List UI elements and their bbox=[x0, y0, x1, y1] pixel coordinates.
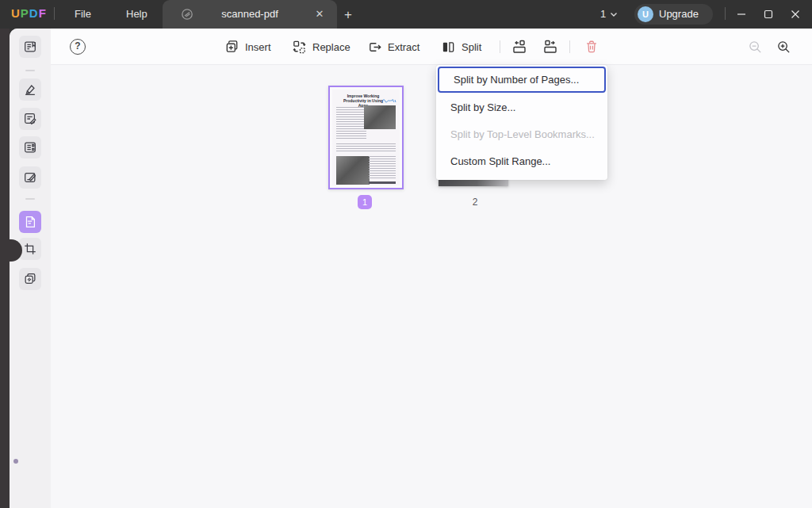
scan-subheading bbox=[369, 181, 396, 184]
titlebar: UPDF File Help scanned-pdf ✕ + 1 U Upgra… bbox=[0, 0, 812, 29]
zoom-out-button[interactable] bbox=[747, 39, 763, 55]
menu-help[interactable]: Help bbox=[115, 0, 159, 29]
page-organize-canvas: ? Insert Replace Extract Split bbox=[51, 29, 812, 508]
replace-label: Replace bbox=[312, 41, 350, 53]
rotate-left-button[interactable] bbox=[511, 39, 527, 55]
updf-logo: UPDF bbox=[11, 6, 47, 20]
zoom-in-icon bbox=[776, 40, 791, 55]
scan-text-column bbox=[336, 107, 366, 140]
panel-handle-dot bbox=[13, 459, 18, 464]
insert-page-icon bbox=[224, 40, 239, 55]
help-icon[interactable]: ? bbox=[70, 39, 86, 55]
page-thumbnail-1[interactable]: Improve Working Productivity in Using Ap… bbox=[328, 86, 404, 189]
form-fields-icon bbox=[23, 140, 37, 155]
zoom-out-icon bbox=[748, 40, 763, 55]
crop-icon bbox=[23, 242, 37, 256]
sidebar-item-comment[interactable] bbox=[19, 78, 41, 101]
titlebar-divider bbox=[54, 7, 55, 20]
sidebar-item-crop[interactable] bbox=[19, 238, 41, 260]
scan-text-band bbox=[336, 143, 396, 153]
scan-photo bbox=[364, 105, 396, 129]
maximize-icon bbox=[764, 10, 773, 19]
extract-label: Extract bbox=[388, 41, 419, 53]
document-tab[interactable]: scanned-pdf ✕ bbox=[163, 0, 337, 29]
handwritten-signature bbox=[381, 97, 396, 105]
updf-window: UPDF File Help scanned-pdf ✕ + 1 U Upgra… bbox=[0, 0, 812, 508]
tab-close-icon[interactable]: ✕ bbox=[313, 8, 326, 21]
sidebar-item-organize-pages[interactable] bbox=[19, 211, 41, 233]
insert-button[interactable]: Insert bbox=[224, 29, 271, 65]
extract-button[interactable]: Extract bbox=[367, 29, 419, 65]
insert-label: Insert bbox=[245, 41, 271, 53]
split-icon bbox=[441, 40, 456, 55]
tab-title: scanned-pdf bbox=[163, 0, 337, 29]
ocr-pages-icon bbox=[23, 272, 37, 286]
left-panel-rail bbox=[0, 29, 10, 508]
account-avatar: U bbox=[638, 6, 653, 22]
menu-item-split-by-number-of-pages[interactable]: Split by Number of Pages... bbox=[438, 67, 606, 93]
rotate-right-button[interactable] bbox=[542, 39, 558, 55]
zoom-in-button[interactable] bbox=[776, 39, 791, 55]
edit-page-icon bbox=[23, 112, 37, 126]
sidebar-separator bbox=[25, 198, 35, 200]
split-button[interactable]: Split bbox=[441, 29, 481, 65]
logo-letter: F bbox=[39, 6, 47, 20]
highlighter-icon bbox=[23, 82, 37, 97]
reader-icon bbox=[23, 40, 37, 54]
sidebar-item-sign[interactable] bbox=[19, 166, 41, 189]
sidebar-item-edit[interactable] bbox=[19, 108, 41, 130]
new-tab-button[interactable]: + bbox=[339, 6, 357, 24]
page-number-badge-1: 1 bbox=[358, 195, 372, 209]
toolbar-separator bbox=[500, 40, 500, 53]
mode-sidebar bbox=[10, 29, 51, 508]
open-tabs-count-dropdown[interactable]: 1 bbox=[600, 0, 618, 29]
rotate-left-icon bbox=[511, 39, 527, 55]
titlebar-divider bbox=[725, 7, 726, 20]
tabs-count: 1 bbox=[600, 8, 606, 20]
sidebar-item-ocr[interactable] bbox=[19, 268, 41, 290]
maximize-button[interactable] bbox=[758, 5, 779, 24]
menu-item-split-by-top-level-bookmarks: Split by Top-Level Bookmarks... bbox=[436, 121, 607, 148]
trash-icon bbox=[584, 40, 599, 54]
organize-pages-icon bbox=[23, 215, 37, 229]
upgrade-label: Upgrade bbox=[659, 4, 699, 25]
replace-icon bbox=[292, 40, 307, 55]
chevron-down-icon bbox=[610, 12, 618, 17]
close-icon bbox=[791, 10, 800, 19]
page-number-2: 2 bbox=[469, 197, 481, 208]
menu-item-split-by-size[interactable]: Split by Size... bbox=[436, 94, 607, 121]
replace-button[interactable]: Replace bbox=[292, 29, 350, 65]
signature-icon bbox=[23, 170, 37, 185]
close-button[interactable] bbox=[785, 5, 806, 24]
minimize-button[interactable] bbox=[731, 5, 752, 24]
logo-letter: D bbox=[29, 6, 39, 20]
menu-file[interactable]: File bbox=[63, 0, 102, 29]
sidebar-item-reader[interactable] bbox=[19, 36, 41, 58]
menu-item-custom-split-range[interactable]: Custom Split Range... bbox=[436, 148, 607, 175]
workspace: ? Insert Replace Extract Split bbox=[10, 29, 812, 508]
extract-icon bbox=[367, 40, 382, 55]
logo-letter: U bbox=[11, 6, 21, 20]
toolbar-separator bbox=[569, 40, 570, 53]
upgrade-button[interactable]: U Upgrade bbox=[634, 4, 713, 25]
minimize-icon bbox=[737, 10, 746, 19]
sidebar-item-form[interactable] bbox=[19, 136, 41, 159]
scanned-page-preview: Improve Working Productivity in Using Ap… bbox=[332, 90, 400, 185]
scan-photo bbox=[336, 156, 370, 185]
split-label: Split bbox=[462, 41, 481, 53]
rotate-right-icon bbox=[542, 39, 558, 55]
sidebar-separator bbox=[25, 70, 35, 71]
scan-text-column bbox=[369, 156, 396, 180]
logo-letter: P bbox=[21, 6, 29, 20]
delete-page-button[interactable] bbox=[584, 39, 599, 55]
split-dropdown-menu: Split by Number of Pages... Split by Siz… bbox=[436, 65, 607, 180]
organize-toolbar: ? Insert Replace Extract Split bbox=[51, 29, 812, 65]
